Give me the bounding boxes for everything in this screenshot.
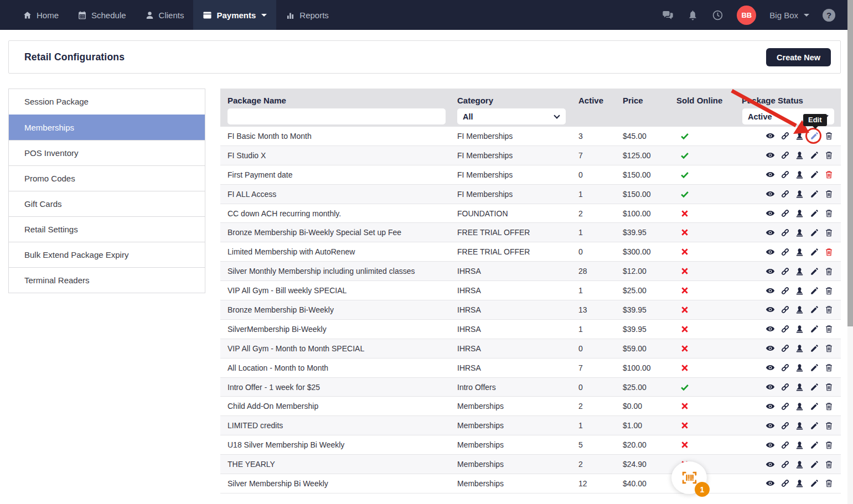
create-new-button[interactable]: Create New — [766, 48, 831, 66]
view-button[interactable] — [766, 440, 775, 450]
delete-button[interactable] — [824, 421, 834, 430]
edit-button[interactable] — [810, 247, 819, 257]
stamp-button[interactable] — [795, 247, 804, 257]
link-button[interactable] — [780, 305, 790, 314]
view-button[interactable] — [766, 131, 775, 141]
view-button[interactable] — [766, 305, 775, 314]
delete-button[interactable] — [824, 247, 834, 257]
link-button[interactable] — [780, 479, 790, 488]
sidebar-item-retail-settings[interactable]: Retail Settings — [9, 216, 205, 242]
chat-icon[interactable] — [662, 9, 674, 21]
stamp-button[interactable] — [795, 363, 804, 372]
delete-button[interactable] — [824, 189, 834, 199]
delete-button[interactable] — [824, 440, 834, 450]
stamp-button[interactable] — [795, 150, 804, 160]
delete-button[interactable] — [824, 228, 834, 237]
stamp-button[interactable] — [795, 344, 804, 353]
stamp-button[interactable] — [795, 421, 804, 430]
view-button[interactable] — [766, 209, 775, 218]
delete-button[interactable] — [824, 460, 834, 469]
stamp-button[interactable] — [795, 382, 804, 392]
view-button[interactable] — [766, 170, 775, 179]
stamp-button[interactable] — [795, 460, 804, 469]
history-clock-icon[interactable] — [712, 9, 723, 21]
delete-button[interactable] — [824, 479, 834, 488]
link-button[interactable] — [780, 382, 790, 392]
stamp-button[interactable] — [795, 286, 804, 295]
scrollbar-thumb[interactable] — [847, 0, 853, 326]
edit-button[interactable] — [810, 344, 819, 353]
package-name-filter-input[interactable] — [228, 108, 446, 124]
sidebar-item-bulk-extend-package-expiry[interactable]: Bulk Extend Package Expiry — [9, 242, 205, 267]
view-button[interactable] — [766, 247, 775, 257]
delete-button[interactable] — [824, 402, 834, 411]
stamp-button[interactable] — [795, 440, 804, 450]
stamp-button[interactable] — [795, 170, 804, 179]
edit-button[interactable] — [810, 440, 819, 450]
link-button[interactable] — [780, 131, 790, 141]
sidebar-item-session-package[interactable]: Session Package — [9, 89, 205, 115]
sidebar-item-gift-cards[interactable]: Gift Cards — [9, 191, 205, 216]
delete-button[interactable] — [824, 344, 834, 353]
nav-item-schedule[interactable]: Schedule — [68, 0, 136, 30]
link-button[interactable] — [780, 286, 790, 295]
delete-button[interactable] — [824, 286, 834, 295]
view-button[interactable] — [766, 382, 775, 392]
link-button[interactable] — [780, 421, 790, 430]
delete-button[interactable] — [824, 382, 834, 392]
stamp-button[interactable] — [795, 209, 804, 218]
stamp-button[interactable] — [795, 479, 804, 488]
edit-button[interactable] — [810, 150, 819, 160]
edit-button[interactable] — [810, 479, 819, 488]
stamp-button[interactable] — [795, 131, 804, 141]
link-button[interactable] — [780, 440, 790, 450]
link-button[interactable] — [780, 189, 790, 199]
delete-button[interactable] — [824, 305, 834, 314]
delete-button[interactable] — [824, 324, 834, 334]
edit-button[interactable] — [810, 402, 819, 411]
stamp-button[interactable] — [795, 267, 804, 276]
help-icon[interactable]: ? — [823, 9, 835, 22]
edit-button[interactable] — [810, 209, 819, 218]
link-button[interactable] — [780, 267, 790, 276]
edit-button[interactable] — [810, 363, 819, 372]
stamp-button[interactable] — [795, 324, 804, 334]
edit-button[interactable] — [810, 286, 819, 295]
sidebar-item-memberships[interactable]: Memberships — [9, 115, 205, 140]
edit-button[interactable] — [810, 267, 819, 276]
avatar[interactable]: BB — [737, 6, 756, 25]
edit-button[interactable] — [810, 189, 819, 199]
scan-widget-badge[interactable]: 1 — [695, 482, 710, 497]
view-button[interactable] — [766, 479, 775, 488]
edit-button[interactable] — [810, 460, 819, 469]
view-button[interactable] — [766, 344, 775, 353]
view-button[interactable] — [766, 267, 775, 276]
view-button[interactable] — [766, 228, 775, 237]
link-button[interactable] — [780, 209, 790, 218]
delete-button[interactable] — [824, 150, 834, 160]
view-button[interactable] — [766, 150, 775, 160]
view-button[interactable] — [766, 363, 775, 372]
edit-button[interactable] — [810, 228, 819, 237]
delete-button[interactable] — [824, 209, 834, 218]
link-button[interactable] — [780, 363, 790, 372]
view-button[interactable] — [766, 460, 775, 469]
nav-item-home[interactable]: Home — [13, 0, 68, 30]
edit-button[interactable] — [810, 421, 819, 430]
link-button[interactable] — [780, 150, 790, 160]
delete-button[interactable] — [824, 170, 834, 179]
category-select[interactable]: All — [457, 108, 566, 124]
edit-button[interactable] — [810, 131, 819, 141]
stamp-button[interactable] — [795, 228, 804, 237]
link-button[interactable] — [780, 170, 790, 179]
view-button[interactable] — [766, 421, 775, 430]
link-button[interactable] — [780, 247, 790, 257]
nav-item-payments[interactable]: Payments — [193, 0, 276, 30]
edit-button[interactable] — [810, 305, 819, 314]
sidebar-item-terminal-readers[interactable]: Terminal Readers — [9, 267, 205, 293]
delete-button[interactable] — [824, 363, 834, 372]
view-button[interactable] — [766, 402, 775, 411]
stamp-button[interactable] — [795, 305, 804, 314]
edit-button[interactable] — [810, 324, 819, 334]
nav-item-clients[interactable]: Clients — [136, 0, 194, 30]
